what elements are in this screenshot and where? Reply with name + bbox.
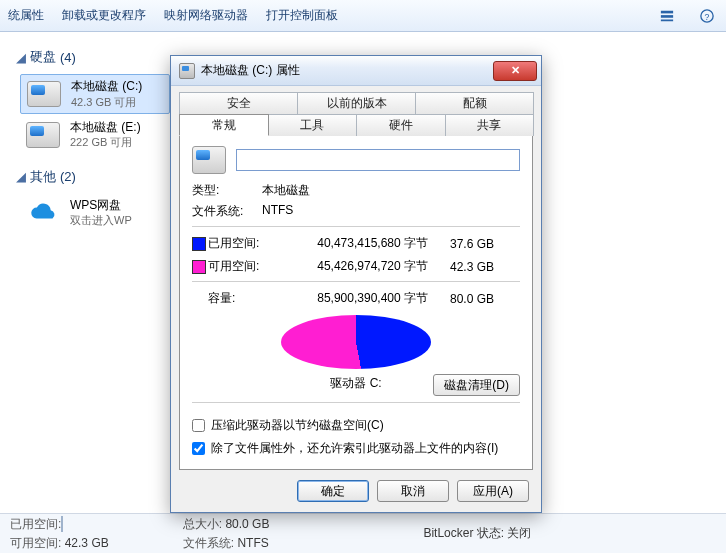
capacity-label: 容量: [208, 290, 278, 307]
section-count: (4) [60, 50, 76, 65]
help-icon[interactable]: ? [696, 5, 718, 27]
close-button[interactable]: ✕ [493, 61, 537, 81]
drive-icon [179, 63, 195, 79]
cloud-icon [26, 200, 60, 226]
status-used-bar [61, 516, 63, 532]
drive-label-input[interactable] [236, 149, 520, 171]
drive-name: 本地磁盘 (C:) [71, 79, 142, 95]
drive-text: 本地磁盘 (C:) 42.3 GB 可用 [71, 79, 142, 109]
filesystem-value: NTFS [262, 203, 520, 220]
disk-cleanup-button[interactable]: 磁盘清理(D) [433, 374, 520, 396]
used-swatch [192, 237, 206, 251]
type-label: 类型: [192, 182, 262, 199]
drive-c[interactable]: 本地磁盘 (C:) 42.3 GB 可用 [20, 74, 170, 114]
free-label: 可用空间: [208, 258, 278, 275]
tab-tools[interactable]: 工具 [268, 114, 358, 136]
drive-text: WPS网盘 双击进入WP [70, 198, 132, 228]
dialog-title: 本地磁盘 (C:) 属性 [201, 62, 487, 79]
dialog-titlebar[interactable]: 本地磁盘 (C:) 属性 ✕ [171, 56, 541, 86]
tab-panel-general: 类型: 本地磁盘 文件系统: NTFS 已用空间: 40,473,415,680… [179, 135, 533, 470]
tab-security[interactable]: 安全 [179, 92, 298, 114]
status-used-label: 已用空间: [10, 517, 61, 531]
used-gb: 37.6 GB [428, 237, 494, 251]
tab-hardware[interactable]: 硬件 [356, 114, 446, 136]
index-label: 除了文件属性外，还允许索引此驱动器上文件的内容(I) [211, 440, 498, 457]
status-size-value: 80.0 GB [225, 517, 269, 531]
tab-previous-versions[interactable]: 以前的版本 [297, 92, 416, 114]
apply-button[interactable]: 应用(A) [457, 480, 529, 502]
divider [192, 402, 520, 403]
drive-sub: 42.3 GB 可用 [71, 95, 142, 109]
tab-quota[interactable]: 配额 [415, 92, 534, 114]
free-gb: 42.3 GB [428, 260, 494, 274]
close-icon: ✕ [511, 64, 520, 77]
tab-general[interactable]: 常规 [179, 114, 269, 136]
type-value: 本地磁盘 [262, 182, 520, 199]
space-grid: 已用空间: 40,473,415,680 字节 37.6 GB 可用空间: 45… [192, 235, 520, 275]
divider [192, 226, 520, 227]
drive-properties-dialog: 本地磁盘 (C:) 属性 ✕ 安全 以前的版本 配额 常规 工具 硬件 共享 类… [170, 55, 542, 513]
section-label: 其他 [30, 168, 56, 186]
used-bytes: 40,473,415,680 字节 [278, 235, 428, 252]
drive-name: WPS网盘 [70, 198, 132, 214]
capacity-bytes: 85,900,390,400 字节 [278, 290, 428, 307]
drive-icon [192, 146, 226, 174]
index-checkbox[interactable] [192, 442, 205, 455]
svg-rect-0 [661, 10, 673, 13]
toolbar-uninstall-programs[interactable]: 卸载或更改程序 [62, 7, 146, 24]
toolbar-map-network-drive[interactable]: 映射网络驱动器 [164, 7, 248, 24]
drive-icon [26, 122, 60, 148]
drive-text: 本地磁盘 (E:) 222 GB 可用 [70, 120, 141, 150]
index-checkbox-row[interactable]: 除了文件属性外，还允许索引此驱动器上文件的内容(I) [192, 440, 520, 457]
dialog-button-row: 确定 取消 应用(A) [171, 470, 541, 512]
status-bitlocker: BitLocker 状态: 关闭 [423, 525, 531, 542]
capacity-row: 容量: 85,900,390,400 字节 80.0 GB [192, 290, 520, 307]
free-bytes: 45,426,974,720 字节 [278, 258, 428, 275]
drive-e[interactable]: 本地磁盘 (E:) 222 GB 可用 [20, 116, 170, 154]
collapse-arrow-icon: ◢ [16, 50, 26, 65]
svg-rect-1 [661, 15, 673, 18]
toolbar-system-properties[interactable]: 统属性 [8, 7, 44, 24]
status-free-label: 可用空间: [10, 536, 61, 550]
section-count: (2) [60, 169, 76, 184]
drive-sub: 222 GB 可用 [70, 135, 141, 149]
divider [192, 281, 520, 282]
filesystem-label: 文件系统: [192, 203, 262, 220]
compress-checkbox[interactable] [192, 419, 205, 432]
explorer-statusbar: 已用空间: 可用空间: 42.3 GB 总大小: 80.0 GB 文件系统: N… [0, 513, 726, 553]
drive-wps-cloud[interactable]: WPS网盘 双击进入WP [20, 194, 170, 232]
ok-button[interactable]: 确定 [297, 480, 369, 502]
drive-name: 本地磁盘 (E:) [70, 120, 141, 136]
toolbar-open-control-panel[interactable]: 打开控制面板 [266, 7, 338, 24]
svg-text:?: ? [705, 11, 710, 21]
view-options-icon[interactable] [656, 5, 678, 27]
pie-label: 驱动器 C: [330, 375, 381, 392]
svg-rect-2 [661, 19, 673, 21]
status-fs-value: NTFS [237, 536, 268, 550]
drive-icon [27, 81, 61, 107]
tab-sharing[interactable]: 共享 [445, 114, 535, 136]
dialog-tabs: 安全 以前的版本 配额 常规 工具 硬件 共享 类型: 本地磁盘 文件系统: N… [171, 86, 541, 470]
used-label: 已用空间: [208, 235, 278, 252]
drive-sub: 双击进入WP [70, 213, 132, 227]
status-free-value: 42.3 GB [65, 536, 109, 550]
compress-checkbox-row[interactable]: 压缩此驱动器以节约磁盘空间(C) [192, 417, 520, 434]
status-size-label: 总大小: [183, 517, 222, 531]
collapse-arrow-icon: ◢ [16, 169, 26, 184]
status-fs-label: 文件系统: [183, 536, 234, 550]
free-swatch [192, 260, 206, 274]
explorer-toolbar: 统属性 卸载或更改程序 映射网络驱动器 打开控制面板 ? [0, 0, 726, 32]
capacity-gb: 80.0 GB [428, 292, 494, 306]
cancel-button[interactable]: 取消 [377, 480, 449, 502]
section-label: 硬盘 [30, 48, 56, 66]
compress-label: 压缩此驱动器以节约磁盘空间(C) [211, 417, 384, 434]
